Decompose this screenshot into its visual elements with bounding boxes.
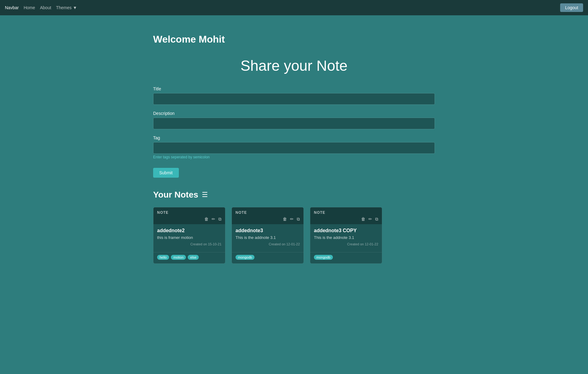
- note-card: NOTE 🗑 ✏ ⧉ addednote3 COPY This is the a…: [310, 207, 382, 264]
- share-note-heading: Share your Note: [153, 57, 435, 74]
- tag-input[interactable]: [153, 142, 435, 154]
- note-description: This is the addnote 3.1: [314, 235, 378, 240]
- navbar-about[interactable]: About: [40, 5, 51, 10]
- main-content: Welcome Mohit Share your Note Title Desc…: [147, 15, 441, 276]
- copy-icon[interactable]: ⧉: [375, 217, 378, 222]
- delete-icon[interactable]: 🗑: [361, 217, 365, 222]
- note-card-header: NOTE 🗑 ✏ ⧉: [232, 207, 303, 224]
- note-actions: 🗑 ✏ ⧉: [236, 217, 300, 222]
- your-notes-section: Your Notes ☰ NOTE 🗑 ✏ ⧉ addednote2 this …: [153, 190, 435, 264]
- title-label: Title: [153, 86, 435, 91]
- logout-button[interactable]: Logout: [560, 3, 583, 12]
- note-card-header: NOTE 🗑 ✏ ⧉: [310, 207, 382, 224]
- description-group: Description: [153, 111, 435, 129]
- note-label: NOTE: [314, 210, 378, 215]
- note-card-body: addednote3 This is the addnote 3.1 Creat…: [232, 224, 303, 252]
- note-card-body: addednote3 COPY This is the addnote 3.1 …: [310, 224, 382, 252]
- note-card: NOTE 🗑 ✏ ⧉ addednote3 This is the addnot…: [232, 207, 304, 264]
- note-label: NOTE: [236, 210, 300, 215]
- list-icon[interactable]: ☰: [202, 191, 208, 199]
- navbar-left: Navbar Home About Themes ▼: [5, 5, 77, 10]
- note-title: addednote2: [157, 228, 221, 233]
- tag-badge: hello: [157, 255, 169, 260]
- tag-badge: mongodb: [236, 255, 254, 260]
- navbar-brand: Navbar: [5, 5, 19, 10]
- note-title: addednote3: [236, 228, 300, 233]
- note-created: Created on 15-10-21: [157, 242, 221, 246]
- note-description: this is framer motion: [157, 235, 221, 240]
- chevron-down-icon: ▼: [73, 5, 77, 10]
- your-notes-title: Your Notes: [153, 190, 198, 200]
- delete-icon[interactable]: 🗑: [283, 217, 287, 222]
- note-created: Created on 12-01-22: [236, 242, 300, 246]
- copy-icon[interactable]: ⧉: [297, 217, 300, 222]
- note-tags: hellomotionelse: [153, 252, 225, 263]
- welcome-title: Welcome Mohit: [153, 34, 435, 45]
- submit-button[interactable]: Submit: [153, 168, 179, 178]
- note-card: NOTE 🗑 ✏ ⧉ addednote2 this is framer mot…: [153, 207, 225, 264]
- note-tags: mongodb: [310, 252, 382, 263]
- description-input[interactable]: [153, 118, 435, 129]
- title-input[interactable]: [153, 93, 435, 105]
- edit-icon[interactable]: ✏: [212, 217, 215, 222]
- tag-badge: motion: [171, 255, 186, 260]
- note-actions: 🗑 ✏ ⧉: [157, 217, 221, 222]
- note-card-body: addednote2 this is framer motion Created…: [153, 224, 225, 252]
- note-tags: mongodb: [232, 252, 303, 263]
- note-actions: 🗑 ✏ ⧉: [314, 217, 378, 222]
- note-label: NOTE: [157, 210, 221, 215]
- navbar-themes[interactable]: Themes ▼: [56, 5, 77, 10]
- edit-icon[interactable]: ✏: [368, 217, 372, 222]
- edit-icon[interactable]: ✏: [290, 217, 294, 222]
- navbar: Navbar Home About Themes ▼ Logout: [0, 0, 588, 15]
- navbar-home[interactable]: Home: [24, 5, 35, 10]
- tag-hint: Enter tags seperated by semicolon: [153, 155, 435, 159]
- title-group: Title: [153, 86, 435, 105]
- note-form: Title Description Tag Enter tags seperat…: [153, 86, 435, 178]
- delete-icon[interactable]: 🗑: [204, 217, 209, 222]
- tag-badge: mongodb: [314, 255, 333, 260]
- notes-grid: NOTE 🗑 ✏ ⧉ addednote2 this is framer mot…: [153, 207, 435, 264]
- note-title: addednote3 COPY: [314, 228, 378, 233]
- note-created: Created on 12-01-22: [314, 242, 378, 246]
- tag-label: Tag: [153, 135, 435, 140]
- copy-icon[interactable]: ⧉: [218, 217, 221, 222]
- note-card-header: NOTE 🗑 ✏ ⧉: [153, 207, 225, 224]
- tag-group: Tag Enter tags seperated by semicolon: [153, 135, 435, 159]
- tag-badge: else: [188, 255, 199, 260]
- description-label: Description: [153, 111, 435, 116]
- note-description: This is the addnote 3.1: [236, 235, 300, 240]
- your-notes-header: Your Notes ☰: [153, 190, 435, 200]
